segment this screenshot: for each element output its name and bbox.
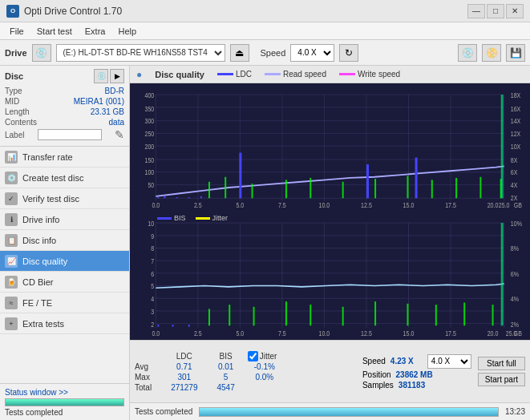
menu-extra[interactable]: Extra bbox=[79, 25, 112, 38]
drive-label: Drive bbox=[5, 48, 27, 58]
svg-text:150: 150 bbox=[145, 156, 155, 164]
label-edit-icon[interactable]: ✎ bbox=[115, 128, 124, 141]
svg-text:6X: 6X bbox=[511, 169, 518, 177]
speed-row: Speed 4.23 X 4.0 X bbox=[362, 354, 471, 369]
samples-row: Samples 381183 bbox=[362, 381, 471, 390]
nav-drive-info[interactable]: ℹ Drive info bbox=[0, 209, 129, 230]
svg-text:10.0: 10.0 bbox=[319, 330, 330, 338]
charts-container: 400 350 300 250 200 150 100 50 18X 16X 1… bbox=[130, 83, 530, 340]
drive-info-icon: ℹ bbox=[5, 213, 18, 226]
svg-text:5.0: 5.0 bbox=[236, 202, 244, 210]
avg-ldc: 0.71 bbox=[161, 361, 207, 372]
legend-write-label: Write speed bbox=[358, 70, 400, 79]
nav-extra-tests-label: Extra tests bbox=[22, 319, 64, 329]
nav-disc-quality[interactable]: 📈 Disc quality bbox=[0, 251, 129, 272]
label-input[interactable] bbox=[38, 129, 102, 140]
start-part-button[interactable]: Start part bbox=[478, 373, 525, 386]
drive-bar: Drive 💿 (E:) HL-DT-ST BD-RE WH16NS58 TST… bbox=[0, 40, 530, 66]
svg-rect-51 bbox=[200, 196, 202, 198]
create-disc-icon: 💿 bbox=[5, 172, 18, 184]
drive-icon-btn[interactable]: 💿 bbox=[32, 44, 51, 62]
disc-quality-header: ● Disc quality LDC Read speed Write spee… bbox=[130, 66, 530, 83]
svg-rect-68 bbox=[131, 212, 528, 338]
disc-section-label: Disc bbox=[5, 71, 23, 81]
svg-text:16X: 16X bbox=[511, 105, 521, 113]
svg-text:9: 9 bbox=[151, 232, 154, 240]
sidebar: Disc 💿 ▶ Type BD-R MID MEIRA1 (001) Leng… bbox=[0, 66, 130, 420]
label-field-label: Label bbox=[5, 131, 24, 139]
svg-text:GB: GB bbox=[514, 330, 523, 338]
disc-btn2[interactable]: 📀 bbox=[482, 44, 501, 62]
speed-select2[interactable]: 4.0 X bbox=[427, 354, 471, 369]
svg-rect-67 bbox=[501, 95, 504, 198]
svg-text:10.0: 10.0 bbox=[319, 202, 330, 210]
start-full-button[interactable]: Start full bbox=[478, 357, 525, 370]
bottom-status-bar: Tests completed 13:23 bbox=[130, 402, 530, 420]
disc-mid-row: MID MEIRA1 (001) bbox=[5, 97, 124, 106]
nav-cd-bier[interactable]: 🍺 CD Bier bbox=[0, 272, 129, 293]
svg-text:2X: 2X bbox=[511, 194, 518, 202]
svg-rect-59 bbox=[407, 176, 408, 199]
save-button[interactable]: 💾 bbox=[506, 44, 525, 62]
svg-rect-58 bbox=[374, 179, 376, 198]
svg-text:6%: 6% bbox=[511, 270, 519, 278]
cd-bier-icon: 🍺 bbox=[5, 276, 18, 289]
close-button[interactable]: ✕ bbox=[506, 4, 524, 18]
svg-text:4: 4 bbox=[151, 295, 154, 303]
nav-create-test-disc[interactable]: 💿 Create test disc bbox=[0, 168, 129, 188]
nav-disc-info[interactable]: 📋 Disc info bbox=[0, 230, 129, 251]
minimize-button[interactable]: — bbox=[467, 4, 485, 18]
nav-transfer-rate[interactable]: 📊 Transfer rate bbox=[0, 147, 129, 168]
disc-icon1[interactable]: 💿 bbox=[94, 69, 108, 83]
svg-text:17.5: 17.5 bbox=[445, 202, 456, 210]
menu-file[interactable]: File bbox=[3, 25, 30, 38]
max-bis: 5 bbox=[208, 372, 245, 382]
disc-btn1[interactable]: 💿 bbox=[458, 44, 477, 62]
disc-label-row: Label ✎ bbox=[5, 128, 124, 141]
avg-jitter: -0.1% bbox=[245, 361, 285, 372]
maximize-button[interactable]: □ bbox=[487, 4, 504, 18]
svg-text:200: 200 bbox=[145, 143, 155, 151]
svg-rect-48 bbox=[164, 196, 165, 198]
max-jitter: 0.0% bbox=[245, 372, 285, 382]
mid-value: MEIRA1 (001) bbox=[74, 97, 124, 106]
legend-write-color bbox=[339, 73, 355, 75]
svg-rect-124 bbox=[463, 303, 465, 326]
total-jitter bbox=[245, 382, 285, 393]
length-value: 23.31 GB bbox=[91, 107, 124, 116]
status-progress-fill bbox=[6, 399, 123, 406]
menu-start-test[interactable]: Start test bbox=[30, 25, 79, 38]
svg-text:5.0: 5.0 bbox=[236, 330, 244, 338]
status-window-btn[interactable]: Status window >> bbox=[5, 388, 68, 397]
svg-text:5: 5 bbox=[151, 283, 154, 291]
action-buttons: Start full Start part bbox=[478, 357, 525, 386]
refresh-button[interactable]: ↻ bbox=[339, 44, 358, 62]
disc-header: Disc 💿 ▶ bbox=[5, 69, 124, 83]
eject-button[interactable]: ⏏ bbox=[230, 44, 249, 62]
jitter-checkbox[interactable] bbox=[248, 351, 258, 361]
disc-quality-icon: 📈 bbox=[5, 255, 18, 268]
menu-help[interactable]: Help bbox=[111, 25, 143, 38]
svg-text:0.0: 0.0 bbox=[152, 330, 160, 338]
speed-select[interactable]: 4.0 X bbox=[290, 44, 334, 62]
nav-verify-test-disc[interactable]: ✓ Verify test disc bbox=[0, 188, 129, 209]
stats-table: LDC BIS Jitter Avg bbox=[135, 351, 356, 393]
col-ldc-header: LDC bbox=[161, 351, 207, 361]
length-label: Length bbox=[5, 107, 30, 116]
position-val: 23862 MB bbox=[396, 370, 433, 379]
disc-icon2[interactable]: ▶ bbox=[110, 69, 124, 83]
position-row: Position 23862 MB bbox=[362, 370, 471, 379]
svg-text:GB: GB bbox=[514, 202, 522, 210]
nav-items: 📊 Transfer rate 💿 Create test disc ✓ Ver… bbox=[0, 147, 129, 383]
right-panel: ● Disc quality LDC Read speed Write spee… bbox=[130, 66, 530, 420]
svg-rect-112 bbox=[157, 325, 159, 327]
status-bar: Status window >> Tests completed bbox=[0, 383, 129, 420]
drive-select[interactable]: (E:) HL-DT-ST BD-RE WH16NS58 TST4 bbox=[56, 44, 225, 62]
nav-drive-info-label: Drive info bbox=[22, 215, 59, 224]
svg-rect-57 bbox=[342, 182, 344, 199]
speed-label: Speed bbox=[261, 48, 286, 58]
svg-text:12.5: 12.5 bbox=[361, 202, 372, 210]
nav-extra-tests[interactable]: + Extra tests bbox=[0, 313, 129, 334]
nav-fe-te[interactable]: ≈ FE / TE bbox=[0, 293, 129, 313]
bis-legend-label: BIS bbox=[174, 214, 186, 222]
